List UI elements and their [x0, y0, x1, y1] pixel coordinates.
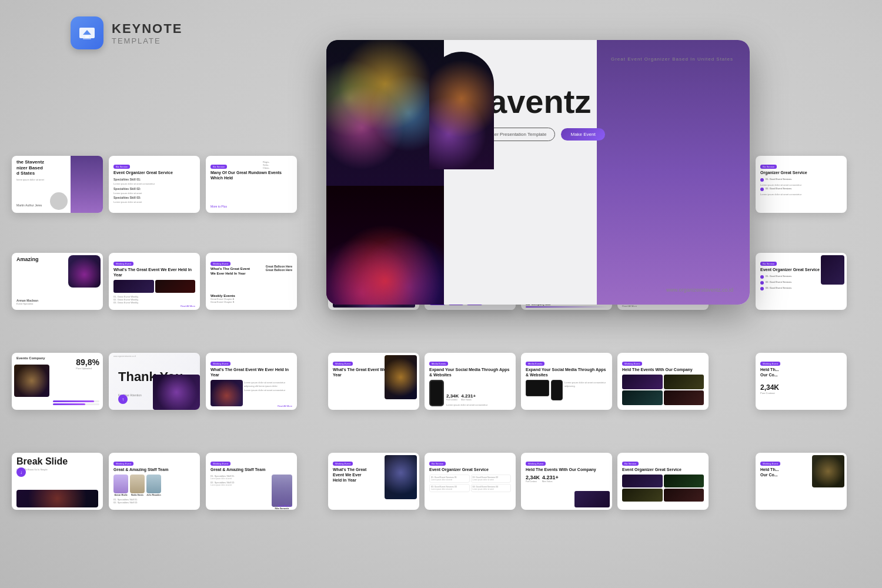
photo-3: [622, 390, 663, 405]
slide-organizer-right-2[interactable]: Biz Service Event Organizer Great Servic…: [756, 253, 847, 310]
slide-great-event-bottom[interactable]: Working Event What's The GreatEvent We E…: [328, 453, 419, 510]
slide-tag: Working Event: [333, 462, 353, 466]
slide-amazing[interactable]: Amazing Arman Maclean Event Specialist: [12, 253, 103, 310]
service-dot: [760, 188, 764, 191]
slide-inner: Break Slide Get Up To Know Us Is Simple …: [12, 453, 103, 510]
slide-inner: Biz Service Event Organizer Great Servic…: [425, 453, 516, 510]
slide-events-percent[interactable]: Events Company 89,8% Pure Uploaded: [12, 353, 103, 410]
slide-expand-social-1[interactable]: Media Events Expand Your Social Media Th…: [425, 353, 516, 410]
slide-tag: Media Events: [526, 362, 544, 366]
slide-tag: Working Event: [211, 362, 230, 366]
keynote-title: KEYNOTE: [112, 21, 182, 36]
hero-brand: Staventz: [456, 85, 733, 118]
slide-title: Event Organizer Great Service: [622, 467, 704, 472]
slide-event-organizer-1[interactable]: Biz Service Event Organizer Great Servic…: [109, 156, 200, 213]
slide-title: Held The Events With Our Company: [622, 367, 704, 372]
slide-inner: Biz Service Many Of Our Great Rundown Ev…: [206, 156, 297, 213]
photo-g1: [622, 475, 663, 487]
slide-title: Event Organizer Great Service: [429, 467, 511, 472]
slide-inner: Working Event Great & Amazing Staff Team…: [109, 453, 200, 510]
photo-1: [622, 375, 663, 389]
service-item-2: 02. Good Event Services: [760, 187, 842, 191]
service-item-1: 01. Good Event Services: [760, 178, 842, 182]
slide-inner: Working Event Held The Events With Our C…: [521, 453, 612, 510]
slide-expand-social-2[interactable]: Media Events Expand Your Social Media Th…: [521, 353, 612, 410]
slide-staff-amazing-1[interactable]: Working Event Great & Amazing Staff Team…: [109, 453, 200, 510]
slide-organizer-right-1[interactable]: Biz Service Organizer Great Service 01. …: [756, 156, 847, 213]
slide-inner: Working Event What's The Great EventWe E…: [206, 253, 297, 310]
hero-tagline: Great Event Organizer Based In United St…: [456, 56, 733, 62]
event-photo-1: [113, 280, 154, 293]
phone-mockup: [429, 380, 444, 406]
slide-great-event-1[interactable]: Working Event What's The Great Event We …: [109, 253, 200, 310]
slide-weekly-events[interactable]: Working Event What's The Great EventWe E…: [206, 253, 297, 310]
slide-inner: the Staventznizer Basedd States lorem ip…: [12, 156, 103, 213]
slide-title: Many Of Our Great Rundown Events Which H…: [211, 170, 292, 181]
slide-title: Event Organizer Great Service: [113, 170, 195, 175]
slide-break[interactable]: Break Slide Get Up To Know Us Is Simple …: [12, 453, 103, 510]
side-photo: [821, 255, 844, 285]
slide-inner: Events Company 89,8% Pure Uploaded: [12, 353, 103, 410]
staff-portrait: [272, 475, 292, 507]
keynote-subtitle: TEMPLATE: [112, 36, 182, 45]
photo-g3: [622, 489, 663, 502]
slide-tag: Working Event: [333, 362, 353, 366]
slide-title: What's The Great Event We Ever Held In Y…: [113, 267, 195, 278]
slide-tag: Working Event: [760, 362, 780, 366]
slide-inner: Biz Service Event Organizer Great Servic…: [109, 156, 200, 213]
arrow-up-circle: ↑: [118, 395, 128, 404]
slide-title: Expand Your Social Media Through Apps & …: [526, 367, 607, 377]
slide-spiral-event[interactable]: Working Event What's The Great Event We …: [328, 353, 419, 410]
slide-event-org-bottom-r[interactable]: Biz Service Event Organizer Great Servic…: [617, 453, 709, 510]
slide-rundown-events[interactable]: Biz Service Many Of Our Great Rundown Ev…: [206, 156, 297, 213]
slide-thank-you[interactable]: www.organizerstaventz.co.id Thank You Fo…: [109, 353, 200, 410]
svg-rect-2: [85, 36, 89, 38]
slide-inner: Working Event What's The Great Event We …: [206, 353, 297, 410]
slide-held-company-2[interactable]: Working Event Held The Events With Our C…: [617, 353, 709, 410]
hero-buttons: Event Organizer Presentation Template Ma…: [456, 128, 733, 141]
slide-tag: Biz Service: [622, 462, 639, 466]
avatar: [50, 192, 68, 210]
keynote-icon: [71, 16, 103, 49]
hero-arch-shape: [429, 52, 494, 169]
slide-inner: Amazing Arman Maclean Event Specialist: [12, 253, 103, 310]
slide-held-stats-bottom[interactable]: Working Event Held The Events With Our C…: [521, 453, 612, 510]
slide-partial-bottom-right[interactable]: Working Event Held Th...Our Co...: [756, 453, 847, 510]
slide-staff-amazing-2[interactable]: Working Event Great & Amazing Staff Team…: [206, 453, 297, 510]
phone-mockup-2: [551, 380, 563, 400]
concert-photo: [812, 455, 844, 487]
bottom-photo: [574, 491, 610, 507]
staff-photo-2: [130, 475, 145, 493]
slide-inner: Working Event Held The Events With Our C…: [617, 353, 709, 410]
slide-title: Expand Your Social Media Through Apps & …: [429, 367, 511, 377]
staff-photo-3: [146, 475, 161, 493]
slide-inner: Working Event What's The Great Event We …: [328, 353, 419, 410]
photo-g2: [664, 475, 704, 487]
hero-arch: [429, 52, 494, 169]
thank-img: [153, 375, 200, 410]
stat-large: 2,34K: [760, 383, 842, 392]
percent-stat: 89,8%: [76, 358, 99, 367]
hero-img-concert: [326, 186, 444, 305]
slide-inner: www.organizerstaventz.co.id Thank You Fo…: [109, 353, 200, 410]
svg-rect-3: [83, 38, 91, 39]
slide-whats-great-2[interactable]: Working Event What's The Great Event We …: [206, 353, 297, 410]
hero-content: Great Event Organizer Based In United St…: [326, 40, 750, 305]
slide-inner: Biz Service Event Organizer Great Servic…: [617, 453, 709, 510]
slide-inner: Working Event Great & Amazing Staff Team…: [206, 453, 297, 510]
progress-1: [53, 400, 99, 402]
hero-images: [326, 40, 444, 305]
hero-img-fireworks: [326, 40, 444, 186]
slide-title: Great & Amazing Staff Team: [211, 467, 292, 472]
slide-inner: Working Event Held Th...Our Co... 2,34K …: [756, 353, 847, 410]
slide-inner: Biz Service Organizer Great Service 01. …: [756, 156, 847, 213]
slide-tag: Media Events: [429, 362, 448, 366]
page-wrapper: KEYNOTE TEMPLATE: [0, 0, 882, 588]
slide-tag: Working Event: [113, 462, 133, 466]
btn-make-event[interactable]: Make Event: [561, 128, 604, 141]
slide-staventz-partial[interactable]: the Staventznizer Basedd States lorem ip…: [12, 156, 103, 213]
spiral-img: [14, 365, 49, 397]
slide-event-org-bottom[interactable]: Biz Service Event Organizer Great Servic…: [425, 453, 516, 510]
slide-partial-right-3[interactable]: Working Event Held Th...Our Co... 2,34K …: [756, 353, 847, 410]
slide-inner: Biz Service Event Organizer Great Servic…: [756, 253, 847, 310]
